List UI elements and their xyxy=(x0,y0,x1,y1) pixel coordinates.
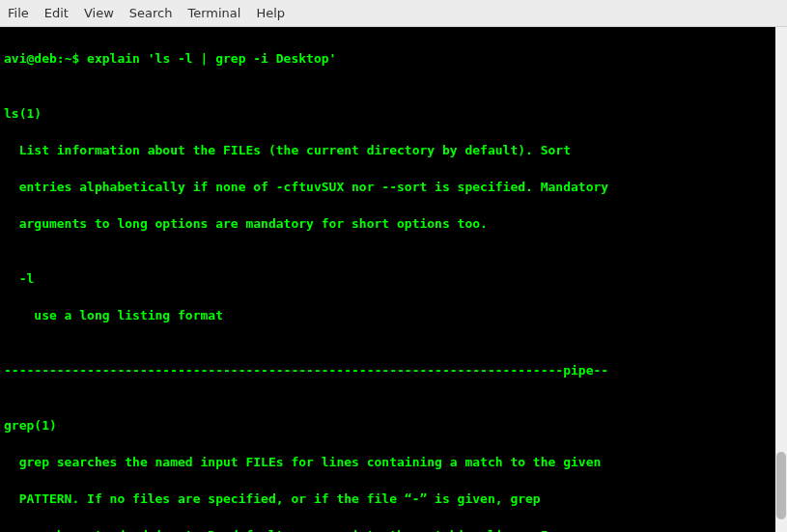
menu-help[interactable]: Help xyxy=(256,6,285,20)
scrollbar[interactable] xyxy=(775,27,787,532)
command-text: explain 'ls -l | grep -i Desktop' xyxy=(87,51,336,66)
grep-desc: searches standard input. By default, gre… xyxy=(4,526,773,532)
grep-desc: grep searches the named input FILEs for … xyxy=(4,453,773,471)
prompt-symbol: $ xyxy=(71,51,79,66)
scrollbar-thumb[interactable] xyxy=(776,452,786,519)
ls-desc: entries alphabetically if none of -cftuv… xyxy=(4,178,773,196)
ls-option-desc: use a long listing format xyxy=(4,306,773,324)
ls-option: -l xyxy=(4,269,773,288)
menu-search[interactable]: Search xyxy=(129,6,173,20)
terminal-content: avi@deb:~$ explain 'ls -l | grep -i Desk… xyxy=(4,49,783,532)
menu-view[interactable]: View xyxy=(84,6,114,20)
menubar: File Edit View Search Terminal Help xyxy=(0,0,787,27)
menu-file[interactable]: File xyxy=(8,6,29,20)
grep-desc: PATTERN. If no files are specified, or i… xyxy=(4,490,773,508)
pipe-separator: ----------------------------------------… xyxy=(4,361,773,379)
menu-edit[interactable]: Edit xyxy=(44,6,69,20)
menu-terminal[interactable]: Terminal xyxy=(187,6,240,20)
prompt-user: avi@deb xyxy=(4,51,57,66)
terminal-area[interactable]: avi@deb:~$ explain 'ls -l | grep -i Desk… xyxy=(0,27,787,532)
ls-header: ls(1) xyxy=(4,104,773,123)
grep-header: grep(1) xyxy=(4,416,773,434)
ls-desc: List information about the FILEs (the cu… xyxy=(4,141,773,159)
ls-desc: arguments to long options are mandatory … xyxy=(4,214,773,233)
